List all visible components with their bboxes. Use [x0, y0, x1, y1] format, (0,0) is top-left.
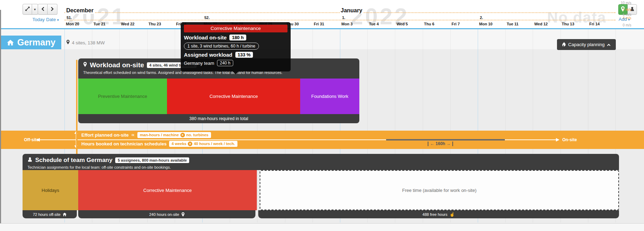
day-label: Mon 3	[341, 22, 353, 26]
workload-segment[interactable]: Corrective Maintenance	[167, 79, 300, 114]
workload-panel-title: Workload on-site	[90, 61, 144, 69]
schedule-bars: HolidaysCorrective MaintenanceFree time …	[23, 170, 619, 210]
date-link-label: Date	[46, 17, 56, 22]
schedule-block[interactable]: Free time (available for work on-site)	[260, 170, 619, 210]
chevron-up-icon	[607, 42, 611, 47]
tooltip-workload-label: Workload on-site	[184, 35, 227, 40]
schedule-footer: 240 hours on-site	[78, 210, 255, 218]
region-separator-line	[0, 28, 644, 29]
schedule-panel-subtitle: Technician assignments for the local tea…	[27, 165, 619, 169]
wind-speed-label: 7 m/s	[603, 8, 631, 12]
tooltip-workload-value: 180 h	[229, 35, 246, 40]
next-period-button[interactable]	[48, 4, 57, 15]
region-header-germany[interactable]: Germany	[0, 36, 61, 49]
schedule-block-label: Corrective Maintenance	[143, 188, 192, 193]
schedule-footer-label: 488 free hours	[422, 212, 447, 217]
fire-icon	[562, 42, 566, 48]
times-circle-icon: ×	[180, 133, 185, 137]
chevron-down-icon: ▾	[628, 18, 630, 21]
day-label: Fri 7	[452, 22, 460, 26]
today-link[interactable]: Today	[32, 17, 45, 22]
add-link[interactable]: Add ▾	[619, 17, 630, 22]
day-label: Thu 13	[562, 22, 574, 26]
day-label: Fri 14	[589, 22, 600, 26]
schedule-panel-badge: 5 assignees, 800 man-hours available	[115, 157, 189, 163]
week-number-label: 1.	[341, 15, 346, 20]
schedule-footer-label: 72 hours off-site	[33, 212, 61, 217]
day-label: Tue 11	[507, 22, 518, 26]
workload-total-footer: 380 man-hours required in total	[78, 114, 359, 123]
region-summary-label: 4 sites, 138 MW	[72, 40, 105, 45]
formula-right: no. turbines	[186, 133, 209, 137]
workload-segment-label: Corrective Maintenance	[210, 94, 258, 99]
location-pin-icon	[66, 40, 70, 45]
day-label: Wed 12	[534, 22, 547, 26]
hours-booked-row: Hours booked on technician schedules 4 w…	[81, 140, 237, 147]
person-icon	[27, 157, 32, 163]
tooltip-detail-row: 1 site, 3 wind turbines, 60 h / turbine	[184, 43, 287, 50]
day-label: Mon 10	[479, 22, 493, 26]
hours-booked-label: Hours booked on technician schedules	[81, 141, 167, 146]
home-icon	[63, 213, 67, 216]
pin-icon	[181, 212, 185, 217]
week-number-label: 51.	[66, 15, 73, 20]
booking-formula-badge: 4 weeks × 40 hours / week / tech.	[169, 141, 237, 147]
hand-icon: ☝	[450, 212, 455, 217]
schedule-block-label: Free time (available for work on-site)	[402, 188, 477, 193]
workload-segment-label: Preventive Maintenance	[98, 94, 147, 99]
formula-left: man-hours / machine	[140, 133, 179, 137]
week-number-label: 2.	[479, 15, 484, 20]
booked-range-label: ← 160h →	[428, 142, 453, 146]
tooltip-arrow	[233, 71, 239, 74]
month-label-december: December	[65, 7, 94, 14]
tooltip: Corrective Maintenance Workload on-site …	[181, 22, 291, 71]
date-link[interactable]: Date ▾	[46, 17, 59, 22]
workload-segment[interactable]: Preventive Maintenance	[78, 79, 167, 114]
wind-speed-label: 10 m/s	[603, 1, 631, 5]
tooltip-assigned-label: Assigned workload	[184, 52, 233, 58]
schedule-panel-title: Schedule of team Germany	[35, 157, 112, 164]
schedule-footer: 72 hours off-site	[23, 210, 77, 218]
day-label: Mon 20	[66, 22, 79, 26]
region-name: Germany	[17, 37, 55, 48]
bottom-strip	[0, 224, 644, 231]
timescale-button-group: ▾	[23, 4, 38, 15]
timescale-caret-button[interactable]: ▾	[32, 4, 38, 15]
tooltip-assigned-row: Assigned workload 133 %	[184, 52, 287, 58]
tooltip-detail-pill: 1 site, 3 wind turbines, 60 h / turbine	[184, 43, 259, 50]
week-number-label: 52.	[203, 15, 211, 20]
capacity-planning-label: Capacity planning	[568, 42, 605, 47]
workload-bars: Preventive MaintenanceCorrective Mainten…	[78, 79, 359, 114]
times-circle-icon: ×	[188, 142, 192, 146]
effort-planned-label: Effort planned on-site	[81, 132, 129, 138]
proportional-symbol: ∝	[131, 132, 135, 138]
prev-period-button[interactable]	[38, 4, 48, 15]
bottom-divider	[0, 223, 644, 224]
day-label: Thu 6	[424, 22, 434, 26]
effort-planned-row: Effort planned on-site ∝ man-hours / mac…	[81, 131, 237, 138]
schedule-block[interactable]: Holidays	[23, 170, 78, 210]
schedule-footer: 488 free hours☝	[258, 210, 619, 218]
region-row-background	[0, 29, 644, 49]
formula-left: 4 weeks	[172, 142, 186, 146]
on-site-label: On-site	[562, 137, 577, 142]
wind-speed-label: 0 m/s	[603, 23, 631, 27]
chevron-down-icon: ▾	[57, 18, 59, 22]
schedule-footer-label: 240 hours on-site	[149, 212, 179, 217]
capacity-planning-app: 2021 2022 No data December January Mon 2…	[0, 0, 644, 231]
tooltip-title: Corrective Maintenance	[184, 25, 287, 32]
schedule-panel-header: Schedule of team Germany 5 assignees, 80…	[23, 154, 619, 170]
schedule-block[interactable]: Corrective Maintenance	[78, 170, 257, 210]
arrow-right-icon	[556, 138, 559, 142]
formula-right: 40 hours / week / tech.	[194, 142, 235, 146]
capacity-planning-button[interactable]: Capacity planning	[557, 39, 616, 50]
day-label: Tue 4	[369, 22, 379, 26]
booked-range-segment	[386, 139, 505, 141]
workload-segment[interactable]: Foundations Work	[300, 79, 359, 114]
day-label: Fri 31	[314, 22, 324, 26]
timescale-button[interactable]	[23, 4, 32, 15]
chevron-down-icon: ▾	[34, 8, 36, 11]
effort-formula-badge: man-hours / machine × no. turbines	[137, 132, 211, 138]
tooltip-team-row: Germany team 240 h	[184, 60, 287, 66]
schedule-footers: 72 hours off-site240 hours on-site488 fr…	[23, 210, 619, 218]
